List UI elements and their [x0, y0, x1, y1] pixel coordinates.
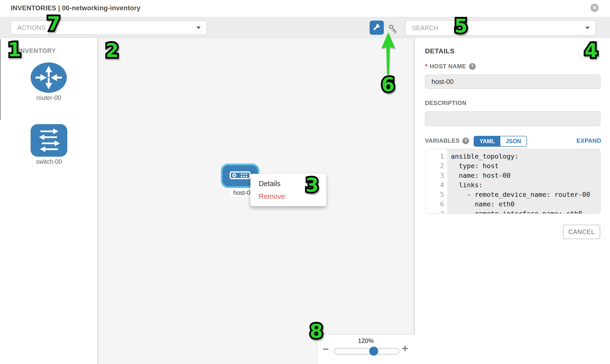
description-label: DESCRIPTION: [425, 100, 467, 106]
cancel-button[interactable]: CANCEL: [563, 225, 600, 239]
code-text: name: host-00: [447, 171, 511, 180]
line-number: 4: [426, 180, 447, 190]
key-icon: [388, 31, 398, 35]
line-number: 5: [426, 190, 447, 199]
topology-canvas[interactable]: host-00 Details Remove 120% − +: [98, 38, 415, 364]
toolbar-settings-button[interactable]: [370, 21, 384, 35]
chevron-down-icon: [196, 26, 201, 29]
line-number: 1: [426, 152, 447, 161]
variables-editor[interactable]: 1 ansible_topology: 2 type: host 3 name:…: [426, 149, 600, 214]
wrench-icon: [373, 23, 381, 32]
code-line: 5 - remote_device_name: router-00: [426, 190, 600, 199]
code-text: ansible_topology:: [447, 152, 519, 161]
code-text: remote_interface_name: eth0: [447, 209, 582, 214]
code-text: type: host: [447, 161, 499, 171]
close-icon: ✕: [592, 5, 597, 11]
help-icon[interactable]: ?: [469, 63, 476, 70]
close-button[interactable]: ✕: [590, 4, 599, 12]
details-panel: DETAILS * HOST NAME ? DESCRIPTION VARIAB…: [415, 38, 610, 364]
line-number: 3: [426, 171, 447, 180]
host-name-field-label: * HOST NAME ?: [425, 62, 476, 70]
sidebar-item-router[interactable]: router-00: [31, 62, 67, 101]
zoom-control-panel: 120% − +: [317, 334, 415, 364]
header: INVENTORIES | 00-networking-inventory ✕: [0, 0, 610, 17]
context-menu-item-details[interactable]: Details: [250, 177, 326, 190]
tab-yaml[interactable]: YAML: [474, 136, 500, 146]
help-icon[interactable]: ?: [462, 138, 469, 144]
variables-row: VARIABLES ? YAML JSON EXPAND: [415, 135, 610, 146]
line-number: 7: [426, 209, 447, 214]
code-line: 3 name: host-00: [426, 171, 600, 180]
tab-json[interactable]: JSON: [500, 136, 527, 146]
zoom-out-button[interactable]: −: [323, 344, 329, 354]
expand-link[interactable]: EXPAND: [576, 137, 601, 144]
sidebar-title: INVENTORY: [18, 47, 56, 54]
sidebar-item-switch[interactable]: switch-00: [31, 124, 67, 165]
code-line: 4 links:: [426, 180, 600, 190]
host-name-input[interactable]: [425, 75, 600, 89]
sidebar-item-label: router-00: [31, 94, 67, 101]
code-line: 1 ansible_topology:: [426, 152, 600, 161]
router-icon: [31, 62, 67, 93]
details-title: DETAILS: [425, 47, 454, 55]
variables-field-label: VARIABLES ?: [425, 137, 469, 144]
line-number: 6: [426, 199, 447, 209]
host-name-label: HOST NAME: [429, 63, 466, 70]
zoom-in-button[interactable]: +: [402, 344, 408, 353]
sidebar-scrollbar[interactable]: [0, 39, 1, 120]
actions-dropdown[interactable]: ACTIONS: [11, 21, 207, 35]
toolbar: ACTIONS SEARCH: [0, 17, 610, 38]
required-asterisk: *: [425, 62, 428, 70]
context-menu-item-remove[interactable]: Remove: [250, 190, 326, 203]
line-number: 2: [426, 161, 447, 171]
code-line: 2 type: host: [426, 161, 600, 171]
code-text: links:: [447, 180, 483, 190]
search-placeholder: SEARCH: [412, 25, 438, 32]
page-title: INVENTORIES | 00-networking-inventory: [11, 4, 141, 12]
context-menu: Details Remove: [250, 174, 326, 206]
actions-placeholder: ACTIONS: [17, 24, 46, 31]
zoom-level-label: 120%: [317, 337, 415, 344]
key-button[interactable]: [388, 24, 398, 34]
switch-icon: [31, 124, 67, 157]
editor-lines: 1 ansible_topology: 2 type: host 3 name:…: [426, 152, 600, 214]
inventory-palette-sidebar: INVENTORY router-00: [0, 38, 98, 364]
code-line: 7 remote_interface_name: eth0: [426, 209, 600, 214]
code-line: 6 name: eth0: [426, 199, 600, 209]
inventory-topology-page: INVENTORIES | 00-networking-inventory ✕ …: [0, 0, 610, 364]
sidebar-item-label: switch-00: [31, 158, 67, 165]
description-input[interactable]: [425, 111, 600, 126]
variables-label: VARIABLES: [425, 137, 459, 144]
search-dropdown[interactable]: SEARCH: [405, 20, 596, 36]
code-text: - remote_device_name: router-00: [447, 190, 590, 199]
server-icon: [230, 171, 251, 180]
zoom-slider-track[interactable]: [334, 348, 399, 354]
variables-format-toggle: YAML JSON: [474, 136, 527, 147]
description-field-label: DESCRIPTION: [425, 100, 467, 106]
chevron-down-icon: [585, 27, 590, 29]
zoom-slider-thumb[interactable]: [369, 347, 378, 356]
code-text: name: eth0: [447, 199, 515, 209]
